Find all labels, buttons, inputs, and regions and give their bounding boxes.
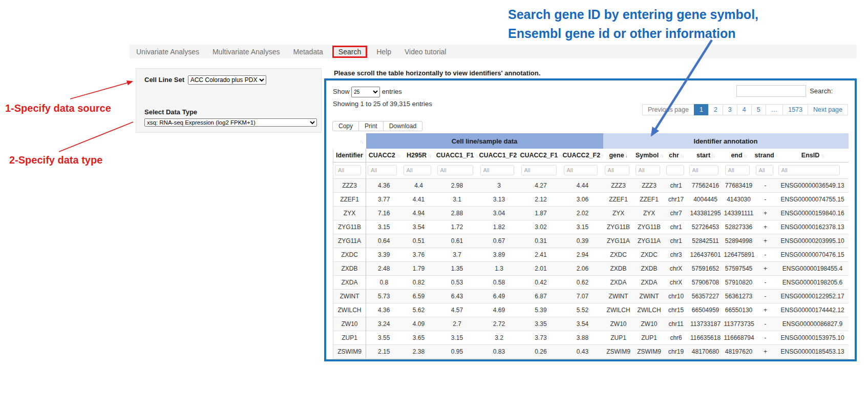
filter-input-end[interactable] [725, 165, 750, 175]
filter-input-gene[interactable] [605, 165, 630, 175]
nav-item-video-tutorial[interactable]: Video tutorial [398, 48, 453, 56]
sort-icon: ↑↓ [820, 153, 823, 158]
sort-icon: ↑↓ [775, 153, 777, 158]
cell-gene: ZUP1 [603, 331, 634, 345]
sort-icon: ↑↓ [559, 153, 562, 158]
column-header-identifier[interactable]: Identifier [333, 149, 366, 162]
cell-cuacc2-f1: 3.02 [520, 220, 562, 234]
cell-cuacc2-f2: 5.52 [562, 303, 603, 317]
download-button[interactable]: Download [383, 121, 422, 131]
copy-button[interactable]: Copy [332, 121, 359, 131]
cell-line-set-label: Cell Line Set [144, 76, 184, 84]
nav-item-metadata[interactable]: Metadata [286, 48, 329, 56]
filter-input-start[interactable] [689, 165, 719, 175]
cell-chr: chr17 [665, 193, 688, 207]
cell-symbol: ZXDC [634, 248, 665, 262]
page-length-select[interactable]: 25 [351, 87, 380, 97]
cell-strand: - [754, 290, 777, 303]
cell-cuacc2: 0.8 [366, 276, 402, 290]
column-header-end[interactable]: end↑↓ [724, 149, 754, 162]
column-label: start [696, 152, 710, 159]
nav-item-search[interactable]: Search [332, 46, 367, 58]
nav-item-help[interactable]: Help [370, 48, 398, 56]
cell-h295r: 4.41 [402, 193, 436, 207]
filter-input-cuacc2-f2[interactable] [564, 165, 598, 175]
cell-line-set-select[interactable]: ACC Colorado plus PDX [188, 75, 266, 85]
print-button[interactable]: Print [358, 121, 384, 131]
cell-h295r: 4.94 [402, 207, 436, 220]
cell-start: 48170680 [688, 345, 724, 359]
cell-end: 4143030 [724, 193, 754, 207]
column-header-cuacc2-f2[interactable]: CUACC2_F2↑↓ [562, 149, 603, 162]
column-header-ensid[interactable]: EnsID↑↓ [777, 149, 849, 162]
pagination-page-3[interactable]: 3 [723, 104, 737, 115]
cell-chr: chr1 [665, 220, 688, 234]
cell-cuacc1-f2: 0.67 [479, 234, 520, 248]
column-header-cuacc1-f1[interactable]: CUACC1_F1↑↓ [436, 149, 479, 162]
pagination-page-5[interactable]: 5 [751, 104, 766, 115]
cell-cuacc2-f2: 0.62 [562, 276, 603, 290]
filter-row [333, 162, 849, 179]
nav-item-univariate-analyses[interactable]: Univariate Analyses [130, 48, 206, 56]
cell-cuacc2-f2: 4.44 [562, 179, 603, 193]
cell-identifier: ZUP1 [333, 331, 366, 345]
filter-input-ensid[interactable] [778, 165, 840, 175]
cell-cuacc1-f1: 0.53 [436, 276, 479, 290]
column-header-gene[interactable]: gene↓ [603, 149, 634, 162]
table-row: ZYG11B3.153.541.721.823.023.15ZYG11BZYG1… [333, 220, 849, 234]
red-arrow-1 [70, 82, 132, 99]
pagination-next-button[interactable]: Next page [808, 104, 848, 115]
column-header-cuacc2[interactable]: CUACC2↑↓ [366, 149, 402, 162]
pagination-page-4[interactable]: 4 [737, 104, 752, 115]
sort-icon: ↑↓ [428, 153, 431, 158]
column-header-h295r[interactable]: H295R↑↓ [402, 149, 436, 162]
cell-gene: ZYG11B [603, 220, 634, 234]
cell-start: 52726453 [688, 220, 724, 234]
pagination-previous-button[interactable]: Previous page [642, 104, 694, 115]
filter-input-cuacc2-f1[interactable] [521, 165, 557, 175]
filter-input-cuacc1-f1[interactable] [437, 165, 473, 175]
cell-start: 66504959 [688, 303, 724, 317]
cell-cuacc1-f2: 1.82 [479, 220, 520, 234]
pagination-page-1573[interactable]: 1573 [782, 104, 808, 115]
table-search-input[interactable] [736, 85, 806, 97]
data-type-select[interactable]: xsq: RNA-seq Expression (log2 FPKM+1) [144, 118, 317, 127]
cell-identifier: ZSWIM9 [333, 345, 366, 359]
cell-strand: - [754, 193, 777, 207]
cell-strand: - [754, 331, 777, 345]
cell-start: 77562416 [688, 179, 724, 193]
filter-input-identifier[interactable] [335, 165, 361, 175]
column-header-cuacc1-f2[interactable]: CUACC1_F2↑↓ [479, 149, 520, 162]
filter-input-h295r[interactable] [404, 165, 431, 175]
column-header-cuacc2-f1[interactable]: CUACC2_F1↑↓ [520, 149, 562, 162]
cell-cuacc2-f1: 1.87 [520, 207, 562, 220]
pagination-ellipsis[interactable]: … [766, 104, 784, 115]
filter-input-chr[interactable] [666, 165, 684, 175]
filter-input-cuacc1-f2[interactable] [480, 165, 515, 175]
column-header-strand[interactable]: strand↑↓ [754, 149, 777, 162]
column-label: H295R [407, 152, 427, 159]
cell-cuacc2-f1: 5.39 [520, 303, 562, 317]
cell-chr: chr15 [665, 303, 688, 317]
search-label: Search: [810, 87, 833, 95]
column-header-start[interactable]: start↑↓ [688, 149, 724, 162]
column-header-chr[interactable]: chr↑↓ [665, 149, 688, 162]
cell-chr: chrX [665, 276, 688, 290]
cell-ensid: ENSG00000036549.13 [777, 179, 849, 193]
filter-input-cuacc2[interactable] [368, 165, 397, 175]
identifier-group-cell[interactable]: ↑↓ [333, 133, 366, 149]
column-header-symbol[interactable]: Symbol↑↓ [634, 149, 665, 162]
pagination-page-2[interactable]: 2 [708, 104, 723, 115]
cell-gene: ZZEF1 [603, 193, 634, 207]
cell-cuacc1-f2: 6.49 [479, 290, 520, 303]
cell-identifier: ZWINT [333, 290, 366, 303]
table-row: ZWINT5.736.596.436.496.877.07ZWINTZWINTc… [333, 290, 849, 303]
cell-cuacc2-f1: 4.27 [520, 179, 562, 193]
filter-input-symbol[interactable] [636, 165, 661, 175]
cell-identifier: ZXDB [333, 262, 366, 276]
filter-input-strand[interactable] [756, 165, 773, 175]
pagination-page-1[interactable]: 1 [694, 104, 709, 115]
nav-item-multivariate-analyses[interactable]: Multivariate Analyses [206, 48, 287, 56]
column-label: Symbol [636, 152, 659, 159]
cell-identifier: ZZEF1 [333, 193, 366, 207]
